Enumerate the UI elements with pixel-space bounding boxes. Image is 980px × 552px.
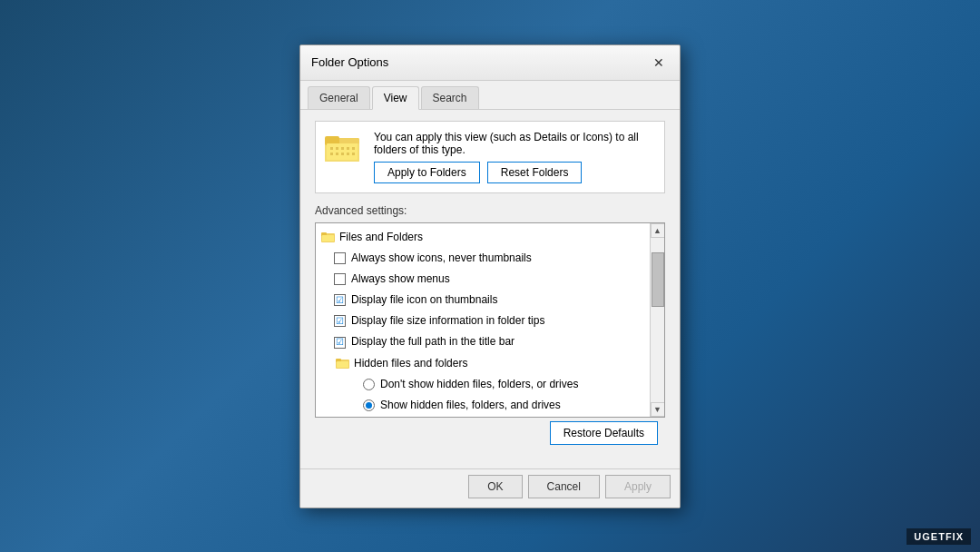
svg-rect-4 (327, 143, 358, 160)
radio-dont-show-hidden[interactable] (363, 379, 375, 390)
list-item[interactable]: ☐ Always show icons, never thumbnails (316, 248, 650, 269)
list-item[interactable]: ☑ Display the full path in the title bar (316, 331, 650, 352)
tab-view[interactable]: View (372, 86, 419, 110)
checkbox-display-full-path[interactable]: ☑ (334, 337, 346, 349)
list-item[interactable]: Show hidden files, folders, and drives (316, 395, 650, 416)
dialog-title: Folder Options (311, 55, 388, 69)
svg-rect-7 (341, 147, 344, 150)
title-bar: Folder Options ✕ (300, 45, 680, 81)
list-item[interactable]: ☐ Always show menus (316, 269, 650, 290)
svg-rect-9 (352, 147, 355, 150)
svg-rect-10 (330, 153, 333, 155)
checkbox-display-file-size[interactable]: ☑ (334, 315, 346, 327)
folder-category-icon (321, 231, 336, 243)
folder-view-description: You can apply this view (such as Details… (374, 131, 655, 156)
checkbox-always-show-icons[interactable]: ☐ (334, 252, 346, 264)
advanced-label: Advanced settings: (315, 204, 665, 217)
svg-rect-20 (337, 361, 348, 368)
list-item[interactable]: ☑ Display file size information in folde… (316, 310, 650, 331)
folder-view-info: You can apply this view (such as Details… (374, 131, 655, 183)
tab-general[interactable]: General (308, 86, 370, 109)
dialog-footer: OK Cancel Apply (300, 468, 680, 508)
svg-rect-5 (330, 147, 333, 150)
scrollbar-thumb[interactable] (652, 252, 664, 307)
svg-rect-17 (322, 235, 334, 242)
close-button[interactable]: ✕ (649, 53, 669, 73)
list-item: Files and Folders (316, 227, 650, 248)
svg-rect-8 (347, 147, 349, 150)
checkbox-display-file-icon[interactable]: ☑ (334, 294, 346, 306)
reset-folders-button[interactable]: Reset Folders (487, 162, 583, 183)
scroll-up-arrow[interactable]: ▲ (651, 223, 665, 238)
scroll-down-arrow[interactable]: ▼ (651, 402, 665, 417)
svg-rect-6 (336, 147, 338, 150)
apply-to-folders-button[interactable]: Apply to Folders (374, 162, 480, 183)
svg-rect-13 (347, 153, 349, 155)
cancel-button[interactable]: Cancel (528, 475, 600, 498)
folder-view-buttons: Apply to Folders Reset Folders (374, 162, 655, 183)
settings-list: Files and Folders ☐ Always show icons, n… (316, 223, 650, 417)
tab-search[interactable]: Search (421, 86, 479, 109)
list-item[interactable]: ☑ Display file icon on thumbnails (316, 290, 650, 310)
watermark: UGETFIX (906, 528, 971, 545)
dialog-content: You can apply this view (such as Details… (300, 110, 680, 468)
svg-rect-14 (352, 153, 355, 155)
svg-rect-12 (341, 153, 344, 155)
folder-options-dialog: Folder Options ✕ General View Search (299, 44, 681, 508)
folder-view-section: You can apply this view (such as Details… (315, 121, 665, 193)
ok-button[interactable]: OK (468, 475, 522, 498)
restore-row: Restore Defaults (315, 418, 665, 458)
scrollbar[interactable]: ▲ ▼ (650, 223, 664, 417)
folder-hidden-icon (336, 357, 350, 370)
apply-button[interactable]: Apply (605, 475, 671, 498)
tab-bar: General View Search (300, 81, 680, 110)
list-item[interactable]: Don't show hidden files, folders, or dri… (316, 374, 650, 395)
list-item: Hidden files and folders (316, 353, 650, 374)
restore-defaults-button[interactable]: Restore Defaults (550, 421, 658, 445)
folder-icon (325, 131, 361, 163)
settings-list-container: Files and Folders ☐ Always show icons, n… (315, 222, 665, 418)
radio-show-hidden[interactable] (363, 399, 375, 411)
svg-rect-11 (336, 153, 338, 155)
checkbox-always-show-menus[interactable]: ☐ (334, 273, 346, 285)
